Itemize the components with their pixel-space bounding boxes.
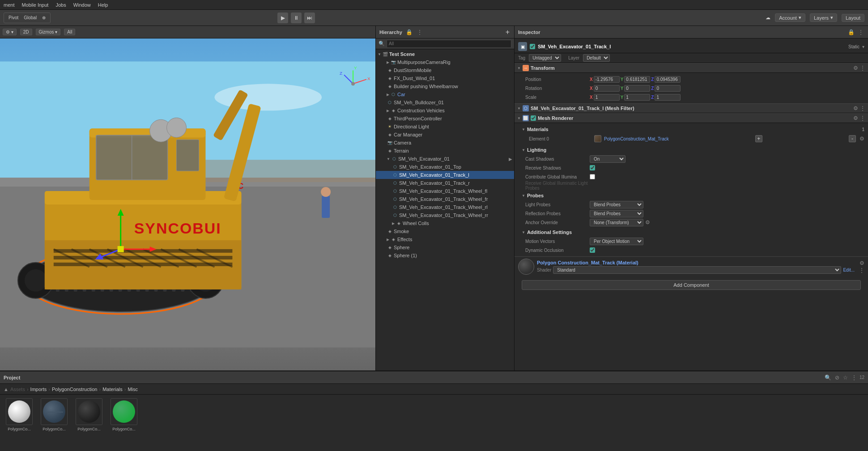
- material-comp-more-btn[interactable]: ⋮: [859, 267, 864, 273]
- pivot-button[interactable]: Pivot: [7, 14, 20, 21]
- add-component-button[interactable]: Add Component: [522, 280, 861, 290]
- hier-item-constveh[interactable]: ▶ ◈ Construction Vehicles: [376, 106, 514, 115]
- inspector-more-btn[interactable]: ⋮: [857, 28, 864, 36]
- project-star-btn[interactable]: ☆: [842, 374, 849, 382]
- hier-item-exc-wheel-rl[interactable]: ⬡ SM_Veh_Excavator_01_Track_Wheel_rl: [376, 203, 514, 211]
- project-more-btn[interactable]: ⋮: [851, 374, 858, 382]
- hier-item-effects[interactable]: ▶ ◈ Effects: [376, 235, 514, 243]
- step-button[interactable]: ⏭: [304, 13, 315, 23]
- scene-toolbar-tools[interactable]: ⚙ ▾: [3, 29, 17, 35]
- scale-y-field[interactable]: [624, 94, 650, 101]
- menu-item-mobile[interactable]: Mobile Input: [21, 2, 48, 8]
- magnet-button[interactable]: ⊕: [40, 14, 47, 21]
- hier-item-camera[interactable]: 📷 Camera: [376, 139, 514, 147]
- material-edit-btn[interactable]: Edit...: [843, 268, 855, 272]
- rot-z-field[interactable]: [655, 85, 681, 92]
- receive-shadows-checkbox[interactable]: [590, 165, 595, 170]
- hier-item-exc-wheel-fr[interactable]: ⬡ SM_Veh_Excavator_01_Track_Wheel_fr: [376, 195, 514, 203]
- anchor-override-settings-btn[interactable]: ⚙: [645, 219, 650, 226]
- mesh-renderer-more-btn[interactable]: ⋮: [860, 115, 865, 121]
- global-button[interactable]: Global: [22, 14, 38, 21]
- hier-item-bulldozer[interactable]: ⬡ SM_Veh_Bulldozer_01: [376, 98, 514, 106]
- hierarchy-search-input[interactable]: [387, 40, 511, 48]
- hier-item-sphere1[interactable]: ◈ Sphere (1): [376, 251, 514, 260]
- inspector-lock-btn[interactable]: 🔒: [847, 28, 855, 36]
- all-button[interactable]: All: [64, 29, 75, 35]
- hier-item-dirlight[interactable]: ☀ Directional Light: [376, 123, 514, 131]
- layout-button[interactable]: Layout: [842, 14, 864, 22]
- hier-item-duststorm[interactable]: ◈ DustStormMobile: [376, 66, 514, 74]
- mesh-renderer-settings-btn[interactable]: ⚙: [853, 115, 858, 121]
- mesh-renderer-active[interactable]: [531, 115, 536, 121]
- transform-settings-btn[interactable]: ⚙: [853, 65, 858, 71]
- breadcrumb-assets[interactable]: Assets: [10, 387, 25, 392]
- account-button[interactable]: Account ▾: [775, 13, 805, 22]
- anchor-override-select[interactable]: None (Transform): [590, 219, 643, 226]
- hier-item-wheelcolls[interactable]: ▶ ◈ Wheel Colls: [376, 219, 514, 227]
- scale-z-field[interactable]: [655, 94, 681, 101]
- hier-item-exc-track-l[interactable]: ⬡ SM_Veh_Excavator_01_Track_l: [376, 171, 514, 179]
- motion-vectors-select[interactable]: Per Object Motion: [590, 238, 643, 245]
- dynamic-occlusion-checkbox[interactable]: [590, 247, 595, 253]
- asset-item-1[interactable]: PolygonCo...: [38, 398, 70, 447]
- project-filter-btn[interactable]: ⊘: [834, 374, 840, 382]
- hier-scene-root[interactable]: ▼ 🎬 Test Scene: [376, 50, 514, 58]
- hierarchy-add-btn[interactable]: +: [505, 27, 511, 37]
- hier-item-smoke[interactable]: ◈ Smoke: [376, 227, 514, 235]
- pause-button[interactable]: ⏸: [291, 13, 302, 23]
- play-button[interactable]: ▶: [277, 13, 288, 23]
- asset-item-3[interactable]: PolygonCo...: [108, 398, 140, 447]
- material-settings-btn[interactable]: ⚙: [859, 136, 864, 142]
- menu-item-ment[interactable]: ment: [4, 2, 14, 8]
- asset-item-0[interactable]: PolygonCo...: [4, 398, 35, 447]
- asset-item-2[interactable]: PolygonCo...: [73, 398, 105, 447]
- hier-item-carmanager[interactable]: ◈ Car Manager: [376, 131, 514, 139]
- scale-x-field[interactable]: [594, 94, 620, 101]
- obj-active-checkbox[interactable]: [530, 44, 535, 49]
- scene-toolbar-2d[interactable]: 2D: [20, 29, 32, 35]
- transform-more-btn[interactable]: ⋮: [860, 65, 865, 71]
- hierarchy-more-btn[interactable]: ⋮: [416, 28, 423, 36]
- hier-item-exc-wheel-fl[interactable]: ⬡ SM_Veh_Excavator_01_Track_Wheel_fl: [376, 187, 514, 195]
- hier-item-thirdperson[interactable]: ◈ ThirdPersonController: [376, 115, 514, 123]
- material-remove-btn[interactable]: -: [849, 135, 856, 142]
- mesh-filter-settings-btn[interactable]: ⚙: [853, 105, 858, 111]
- cast-shadows-select[interactable]: On: [590, 155, 625, 163]
- light-probes-select[interactable]: Blend Probes: [590, 201, 643, 208]
- rot-x-field[interactable]: [594, 85, 620, 92]
- menu-item-window[interactable]: Window: [73, 2, 91, 8]
- rot-y-field[interactable]: [624, 85, 650, 92]
- layers-button[interactable]: Layers ▾: [810, 13, 837, 22]
- breadcrumb-imports[interactable]: Imports: [30, 387, 47, 392]
- hier-item-excavator[interactable]: ▼ ⬡ SM_Veh_Excavator_01 ▶: [376, 155, 514, 163]
- tag-select[interactable]: Untagged: [529, 54, 561, 62]
- contribute-gi-checkbox[interactable]: [590, 174, 595, 179]
- hier-item-exc-track-r[interactable]: ⬡ SM_Veh_Excavator_01_Track_r: [376, 179, 514, 187]
- pos-z-field[interactable]: [655, 76, 681, 83]
- hier-item-exc-top[interactable]: ⬡ SM_Veh_Excavator_01_Top: [376, 163, 514, 171]
- breadcrumb-materials[interactable]: Materials: [102, 387, 123, 392]
- pos-y-field[interactable]: [624, 76, 650, 83]
- hierarchy-lock-btn[interactable]: 🔒: [405, 28, 413, 36]
- transform-component-header[interactable]: ▼ ↔ Transform ⚙ ⋮: [515, 63, 868, 73]
- hier-item-exc-wheel-rr[interactable]: ⬡ SM_Veh_Excavator_01_Track_Wheel_rr: [376, 211, 514, 219]
- hier-item-sphere[interactable]: ◈ Sphere: [376, 243, 514, 251]
- gizmos-button[interactable]: Gizmos ▾: [36, 29, 61, 35]
- hier-item-builder[interactable]: ◈ Builder pushing Wheelbarrow: [376, 82, 514, 90]
- shader-select[interactable]: Standard: [553, 266, 841, 274]
- hier-item-multipurpose[interactable]: ▶ 📷 MultipurposeCameraRig: [376, 58, 514, 66]
- reflection-probes-select[interactable]: Blend Probes: [590, 210, 643, 217]
- breadcrumb-misc[interactable]: Misc: [128, 387, 138, 392]
- hier-item-car[interactable]: ▶ ⬡ Car: [376, 90, 514, 98]
- breadcrumb-polygon[interactable]: PolygonConstruction: [52, 387, 98, 392]
- hier-item-terrain[interactable]: ◈ Terrain: [376, 147, 514, 155]
- scene-canvas[interactable]: SYNCOBUI SC: [0, 38, 375, 370]
- mesh-filter-header[interactable]: ▼ ⬡ SM_Veh_Excavator_01_Track_l (Mesh Fi…: [515, 103, 868, 113]
- project-search-btn[interactable]: 🔍: [824, 374, 832, 382]
- menu-item-jobs[interactable]: Jobs: [55, 2, 66, 8]
- material-comp-settings-btn[interactable]: ⚙: [859, 260, 864, 266]
- hier-item-fxdust[interactable]: ◈ FX_Dust_Wind_01: [376, 74, 514, 82]
- mesh-renderer-header[interactable]: ▼ ⬜ Mesh Renderer ⚙ ⋮: [515, 113, 868, 123]
- mesh-filter-more-btn[interactable]: ⋮: [860, 105, 865, 111]
- hierarchy-content[interactable]: ▼ 🎬 Test Scene ▶ 📷 MultipurposeCameraRig…: [376, 49, 514, 370]
